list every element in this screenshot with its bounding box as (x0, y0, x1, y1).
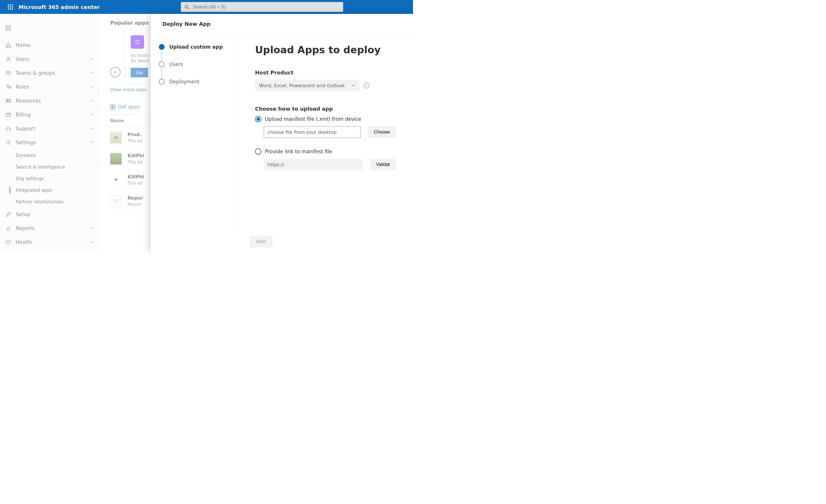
topbar: Microsoft 365 admin center (0, 0, 413, 14)
svg-rect-18 (9, 87, 11, 88)
panel-title: Deploy New App (162, 21, 401, 27)
svg-rect-5 (12, 6, 13, 7)
svg-point-21 (7, 100, 7, 100)
roles-icon (5, 84, 12, 90)
nav-partner-relationships[interactable]: Partner relationships (16, 196, 98, 207)
nav-label: Home (16, 42, 94, 48)
svg-rect-4 (10, 6, 11, 7)
step-upload-custom-app[interactable]: Upload custom app (159, 44, 229, 50)
chevron-down-icon (90, 57, 94, 61)
nav-label: Reports (16, 225, 90, 231)
nav-teams-groups[interactable]: Teams & groups (0, 66, 98, 80)
back-icon[interactable] (110, 67, 121, 77)
svg-rect-3 (8, 6, 9, 7)
step-deployment[interactable]: Deployment (159, 79, 229, 84)
nav-support[interactable]: Support (0, 122, 98, 136)
manifest-url-input: https:// (264, 159, 363, 170)
manifest-file-input[interactable]: choose file from your desktop (264, 126, 361, 138)
health-icon (5, 239, 12, 245)
svg-rect-7 (10, 8, 11, 10)
svg-rect-29 (113, 105, 115, 107)
nav-resources[interactable]: Resources (0, 94, 98, 108)
svg-point-17 (7, 85, 9, 86)
nav-health[interactable]: Health (0, 235, 98, 249)
nav-label: Billing (16, 112, 90, 118)
nav-org-settings[interactable]: Org settings (16, 173, 98, 184)
chevron-down-icon (90, 226, 94, 231)
nav-label: Support (16, 126, 90, 131)
svg-rect-26 (10, 129, 10, 130)
radio-icon (255, 116, 261, 122)
svg-point-16 (9, 71, 10, 73)
svg-rect-25 (6, 129, 7, 130)
nav-label: Users (16, 56, 90, 62)
search-input[interactable] (193, 4, 340, 10)
svg-line-10 (187, 8, 189, 9)
chevron-down-icon (90, 126, 94, 131)
nav-label: Settings (16, 140, 90, 145)
adobe-icon (131, 35, 144, 49)
app-icon: 🐟 (110, 132, 122, 143)
resources-icon (5, 98, 12, 104)
nav-billing[interactable]: Billing (0, 108, 98, 122)
svg-rect-2 (12, 4, 13, 5)
choose-file-button[interactable]: Choose (368, 126, 396, 138)
nav-users[interactable]: Users (0, 52, 98, 66)
svg-rect-31 (113, 107, 115, 109)
step-dot-icon (159, 61, 165, 67)
choose-upload-label: Choose how to upload app (255, 106, 396, 112)
svg-rect-23 (6, 113, 11, 116)
nav-search-intelligence[interactable]: Search & intelligence (16, 161, 98, 173)
panel-heading: Upload Apps to deploy (255, 44, 396, 56)
host-product-dropdown[interactable]: Word, Excel, Powerpoint and Outlook (255, 80, 359, 91)
left-nav: Home Users Teams & groups Roles Resource… (0, 14, 99, 252)
svg-rect-6 (8, 8, 9, 10)
nav-label: Resources (16, 98, 90, 104)
nav-home[interactable]: Home (0, 38, 98, 52)
chevron-up-icon (90, 140, 94, 145)
chevron-down-icon (90, 71, 94, 75)
deploy-app-panel: Deploy New App Upload custom app Users D… (151, 14, 413, 252)
svg-point-14 (7, 57, 10, 59)
radio-upload-manifest[interactable]: Upload manifest file (.xml) from device (255, 116, 396, 122)
svg-rect-28 (110, 105, 112, 107)
nav-settings[interactable]: Settings (0, 136, 98, 149)
nav-collapse-icon[interactable] (1, 22, 15, 34)
nav-label: Health (16, 239, 90, 245)
group-icon (5, 70, 12, 76)
nav-integrated-apps[interactable]: Integrated apps (16, 184, 98, 196)
chevron-down-icon (351, 83, 355, 88)
validate-url-button[interactable]: Validat (370, 159, 396, 170)
gear-icon (5, 139, 12, 146)
nav-roles[interactable]: Roles (0, 80, 98, 94)
app-icon: ✉️ (110, 195, 122, 207)
svg-point-9 (185, 5, 188, 8)
app-icon: ✦ (110, 174, 122, 186)
step-dot-icon (159, 79, 165, 84)
radio-link-manifest[interactable]: Provide link to manifest file (255, 148, 396, 155)
nav-domains[interactable]: Domains (16, 149, 98, 161)
nav-label: Roles (16, 84, 90, 90)
nav-reports[interactable]: Reports (0, 221, 98, 235)
get-now-button[interactable]: Get (131, 68, 148, 77)
svg-point-22 (7, 102, 7, 102)
svg-rect-1 (10, 4, 11, 5)
user-icon (5, 56, 12, 62)
nav-label: Setup (16, 211, 94, 217)
wizard-stepper: Upload custom app Users Deployment (151, 33, 238, 231)
svg-rect-0 (8, 4, 9, 5)
chevron-down-icon (90, 112, 94, 117)
host-product-label: Host Product (255, 69, 396, 76)
next-button[interactable]: Next (249, 236, 273, 247)
app-launcher-icon[interactable] (3, 0, 17, 14)
billing-icon (5, 112, 12, 118)
step-users[interactable]: Users (159, 61, 229, 67)
svg-rect-8 (12, 8, 13, 10)
setup-icon (5, 211, 12, 217)
search-box[interactable] (181, 2, 343, 12)
svg-rect-30 (110, 107, 112, 109)
info-icon[interactable]: i (363, 82, 369, 88)
radio-icon (255, 148, 261, 155)
support-icon (5, 125, 12, 132)
nav-setup[interactable]: Setup (0, 207, 98, 221)
